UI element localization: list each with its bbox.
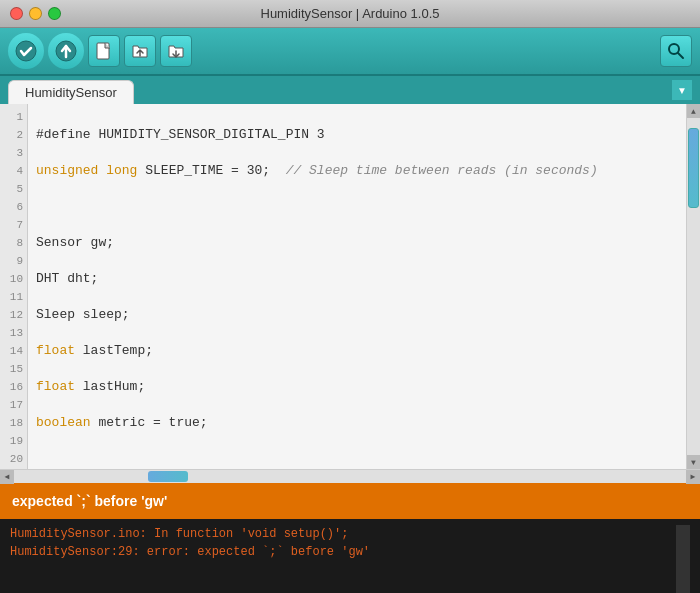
close-button[interactable] <box>10 7 23 20</box>
scroll-track[interactable] <box>687 118 700 455</box>
chevron-down-icon: ▼ <box>677 85 687 96</box>
console-scrollbar[interactable] <box>676 525 690 593</box>
scroll-left-arrow[interactable]: ◀ <box>0 470 14 484</box>
code-line-3 <box>36 198 678 216</box>
save-file-icon <box>167 42 185 60</box>
code-line-7: float lastTemp; <box>36 342 678 360</box>
tab-bar: HumiditySensor ▼ <box>0 76 700 104</box>
console-line-1: HumiditySensor.ino: In function 'void se… <box>10 525 676 543</box>
tab-dropdown-button[interactable]: ▼ <box>672 80 692 100</box>
code-line-6: Sleep sleep; <box>36 306 678 324</box>
h-scroll-thumb[interactable] <box>148 471 188 482</box>
window-title: HumiditySensor | Arduino 1.0.5 <box>261 6 440 21</box>
upload-button[interactable] <box>48 33 84 69</box>
code-line-5: DHT dht; <box>36 270 678 288</box>
scroll-thumb[interactable] <box>688 128 699 208</box>
search-button[interactable] <box>660 35 692 67</box>
error-bar: expected `;` before 'gw' <box>0 483 700 519</box>
editor-container: 1234567891011121314151617181920212223242… <box>0 104 700 469</box>
maximize-button[interactable] <box>48 7 61 20</box>
new-file-icon <box>95 42 113 60</box>
open-button[interactable] <box>124 35 156 67</box>
open-file-icon <box>131 42 149 60</box>
upload-icon <box>55 40 77 62</box>
title-bar: HumiditySensor | Arduino 1.0.5 <box>0 0 700 28</box>
verify-button[interactable] <box>8 33 44 69</box>
code-line-9: boolean metric = true; <box>36 414 678 432</box>
console-panel: HumiditySensor.ino: In function 'void se… <box>0 519 700 593</box>
code-line-2: unsigned long SLEEP_TIME = 30; // Sleep … <box>36 162 678 180</box>
line-numbers: 1234567891011121314151617181920212223242… <box>0 104 28 469</box>
svg-point-0 <box>16 41 36 61</box>
new-button[interactable] <box>88 35 120 67</box>
vertical-scrollbar[interactable]: ▲ ▼ <box>686 104 700 469</box>
horizontal-scrollbar[interactable]: ◀ ▶ <box>0 469 700 483</box>
line-number-list: 1234567891011121314151617181920212223242… <box>2 108 23 469</box>
console-output: HumiditySensor.ino: In function 'void se… <box>10 525 676 593</box>
toolbar <box>0 28 700 76</box>
tab-humidity-sensor[interactable]: HumiditySensor <box>8 80 134 104</box>
error-message: expected `;` before 'gw' <box>12 493 167 509</box>
verify-icon <box>15 40 37 62</box>
window-controls <box>10 7 61 20</box>
code-line-4: Sensor gw; <box>36 234 678 252</box>
scroll-down-arrow[interactable]: ▼ <box>687 455 701 469</box>
console-line-2: HumiditySensor:29: error: expected `;` b… <box>10 543 676 561</box>
code-editor[interactable]: #define HUMIDITY_SENSOR_DIGITAL_PIN 3 un… <box>28 104 686 469</box>
save-button[interactable] <box>160 35 192 67</box>
code-line-1: #define HUMIDITY_SENSOR_DIGITAL_PIN 3 <box>36 126 678 144</box>
search-icon <box>667 42 685 60</box>
tab-label: HumiditySensor <box>25 85 117 100</box>
code-line-8: float lastHum; <box>36 378 678 396</box>
scroll-right-arrow[interactable]: ▶ <box>686 470 700 484</box>
code-line-10 <box>36 450 678 468</box>
minimize-button[interactable] <box>29 7 42 20</box>
h-scroll-track[interactable] <box>14 470 686 483</box>
svg-line-7 <box>678 53 683 58</box>
scroll-up-arrow[interactable]: ▲ <box>687 104 701 118</box>
